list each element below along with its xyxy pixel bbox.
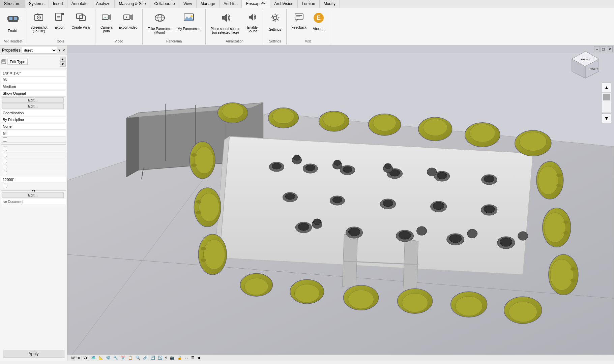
- status-icon-menu[interactable]: ☰: [191, 356, 195, 360]
- viewport-maximize-button[interactable]: □: [601, 46, 606, 52]
- tab-structure[interactable]: Structure: [0, 0, 25, 8]
- scroll-down-button[interactable]: ▼: [60, 62, 66, 67]
- section-divider-2: ▾▾: [1, 190, 66, 191]
- viewport[interactable]: − □ × FRONT RIGHT ▲ ▼ 1/: [67, 46, 614, 361]
- chair-front-6: [504, 297, 542, 324]
- svg-point-68: [423, 119, 447, 136]
- svg-rect-35: [295, 14, 303, 19]
- about-button[interactable]: E About...: [310, 10, 327, 32]
- scroll-down-nav[interactable]: ▼: [602, 114, 611, 123]
- viewport-close-button[interactable]: ×: [607, 46, 613, 52]
- scale-value: 1/8" = 1'-0": [1, 70, 66, 76]
- status-icon-link[interactable]: 🔗: [143, 356, 148, 360]
- checkbox-1[interactable]: [3, 137, 7, 142]
- scroll-thumb[interactable]: [603, 94, 610, 100]
- tab-modify[interactable]: Modify: [320, 0, 340, 8]
- edit-button-3[interactable]: Edit...: [2, 192, 64, 198]
- tab-manage[interactable]: Manage: [197, 0, 220, 8]
- apply-button[interactable]: Apply: [3, 350, 64, 358]
- panel-close-button[interactable]: ×: [62, 48, 65, 53]
- checkbox-7[interactable]: [3, 184, 7, 188]
- tab-insert[interactable]: Insert: [49, 0, 67, 8]
- chair-back-6: [465, 123, 500, 147]
- main-area: Properties iture': ▼ × Edit Type ▲ ▼: [0, 46, 614, 361]
- create-view-button[interactable]: Create View: [69, 10, 92, 31]
- status-icon-search[interactable]: 🔍: [136, 356, 140, 360]
- checkbox-6[interactable]: [3, 171, 7, 175]
- export-label: Export: [55, 26, 64, 29]
- settings-button[interactable]: Settings: [267, 10, 284, 33]
- checkbox-5[interactable]: [3, 165, 7, 169]
- chair-left-3: [198, 234, 227, 275]
- svg-point-62: [272, 109, 294, 124]
- place-sound-source-button[interactable]: Place sound source(on selected face): [208, 10, 243, 36]
- all-label: all: [1, 130, 66, 136]
- ribbon-tabs: Structure Systems Insert Annotate Analyz…: [0, 0, 614, 8]
- scroll-up-button[interactable]: ▲: [60, 57, 66, 62]
- settings-icon: [269, 12, 281, 27]
- enable-button[interactable]: Enable: [4, 10, 22, 34]
- svg-marker-24: [126, 16, 127, 18]
- checkbox-3[interactable]: [3, 153, 7, 157]
- status-icon-rotate[interactable]: 🔄: [150, 356, 155, 360]
- enable-sound-button[interactable]: EnableSound: [244, 10, 261, 35]
- tab-addins[interactable]: Add-Ins: [220, 0, 242, 8]
- status-icon-grid[interactable]: 📐: [98, 356, 103, 360]
- tab-view[interactable]: View: [179, 0, 197, 8]
- svg-rect-1: [9, 17, 12, 20]
- chair-back-3: [319, 111, 349, 131]
- status-icon-undo[interactable]: ↩️: [158, 356, 163, 360]
- tab-analyze[interactable]: Analyze: [92, 0, 115, 8]
- screenshot-button[interactable]: Screenshot(To File): [28, 10, 50, 35]
- status-icon-cut[interactable]: ✂️: [121, 356, 125, 360]
- panorama-icon: [154, 12, 166, 26]
- tab-collaborate[interactable]: Collaborate: [150, 0, 179, 8]
- svg-point-115: [385, 163, 391, 169]
- chair-back-4: [369, 114, 401, 135]
- status-icon-tools[interactable]: 🔧: [113, 356, 118, 360]
- prop-show-original-row: Show Original: [1, 90, 66, 97]
- checkbox-4[interactable]: [3, 159, 7, 163]
- status-icon-back[interactable]: ◀: [197, 356, 200, 360]
- ribbon-group-panorama: Take Panorama(Mono) My Panoramas Panoram…: [143, 9, 205, 44]
- status-icon-resize[interactable]: ↔️: [185, 356, 188, 360]
- svg-point-86: [538, 166, 558, 194]
- checkbox-row-6: [1, 170, 66, 176]
- tab-annotate[interactable]: Annotate: [67, 0, 92, 8]
- svg-point-84: [201, 259, 206, 262]
- status-icon-map[interactable]: 🗺️: [91, 356, 96, 360]
- svg-point-91: [563, 220, 569, 224]
- take-panorama-button[interactable]: Take Panorama(Mono): [145, 10, 174, 36]
- misc-group-label: Misc: [304, 39, 312, 43]
- feedback-button[interactable]: Feedback: [289, 10, 309, 31]
- svg-point-113: [334, 160, 341, 165]
- checkbox-2[interactable]: [3, 147, 7, 151]
- svg-point-124: [349, 228, 360, 236]
- tab-enscape[interactable]: Enscape™: [242, 0, 270, 8]
- status-icon-settings[interactable]: ⚙️: [106, 356, 111, 360]
- value-12000: 12000": [1, 177, 66, 182]
- edit-button-1[interactable]: Edit...: [2, 97, 64, 103]
- panel-content: 1/8" = 1'-0" 96 Medium Show Original Edi…: [0, 68, 67, 347]
- property-panel: Properties iture': ▼ × Edit Type ▲ ▼: [0, 46, 67, 361]
- tab-archvision[interactable]: ArchVision: [270, 0, 298, 8]
- tab-massing[interactable]: Massing & Site: [115, 0, 150, 8]
- export-video-button[interactable]: Export video: [116, 10, 140, 31]
- svg-rect-8: [37, 13, 38, 14]
- screenshot-icon: [33, 12, 44, 25]
- tab-lumion[interactable]: Lumion: [298, 0, 319, 8]
- edit-button-2[interactable]: Edit...: [2, 103, 64, 109]
- status-icon-copy[interactable]: 📋: [128, 356, 133, 360]
- scroll-up-nav[interactable]: ▲: [602, 83, 611, 92]
- my-panoramas-button[interactable]: My Panoramas: [175, 10, 203, 32]
- export-button[interactable]: Export: [51, 10, 68, 31]
- property-type-select[interactable]: iture':: [22, 47, 57, 54]
- chair-front-1: [240, 273, 272, 296]
- status-icon-camera[interactable]: 📷: [170, 356, 175, 360]
- svg-point-117: [484, 176, 494, 182]
- chair-right-2: [543, 208, 571, 247]
- edit-type-button[interactable]: Edit Type: [7, 59, 28, 65]
- tab-systems[interactable]: Systems: [25, 0, 49, 8]
- status-icon-lock[interactable]: 🔒: [177, 356, 182, 360]
- camera-path-button[interactable]: Camerapath: [98, 10, 115, 35]
